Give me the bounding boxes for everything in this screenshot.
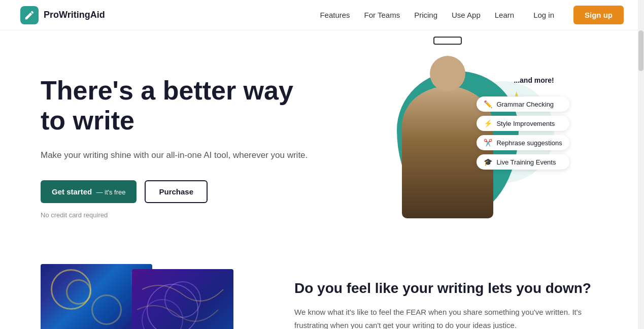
swirl-svg	[132, 269, 233, 329]
hero-buttons: Get started — it's free Purchase	[41, 180, 322, 203]
hero-subtitle: Make your writing shine with our all-in-…	[41, 148, 322, 162]
bubble-rephrase-icon: ✂️	[484, 139, 492, 147]
login-button[interactable]: Log in	[528, 8, 559, 22]
lower-left: ★ ★ ★★ ★★ My idea in my head	[41, 264, 264, 329]
person-head	[430, 56, 465, 91]
nav-for-teams[interactable]: For Teams	[364, 11, 400, 19]
person-glasses	[433, 37, 462, 45]
get-started-button[interactable]: Get started — it's free	[41, 180, 137, 203]
nav-features[interactable]: Features	[320, 11, 350, 19]
no-credit-text: No credit card required	[41, 211, 322, 219]
bubble-grammar-icon: ✏️	[484, 100, 492, 108]
bubble-style: ⚡ Style Improvements	[477, 116, 569, 131]
brand-name: ProWritingAid	[44, 10, 105, 20]
bubble-rephrase: ✂️ Rephrase suggestions	[477, 135, 569, 150]
lower-section-title: Do you feel like your writing lets you d…	[294, 279, 603, 298]
logo-area[interactable]: ProWritingAid	[20, 6, 105, 24]
page-scrollbar[interactable]	[638, 0, 644, 329]
bubble-style-icon: ⚡	[484, 119, 492, 127]
hero-title: There's a better way to write	[41, 76, 322, 137]
nav-learn[interactable]: Learn	[495, 11, 514, 19]
scrollbar-thumb[interactable]	[638, 30, 643, 71]
hero-left: There's a better way to write Make your …	[41, 76, 322, 219]
header: ProWritingAid Features For Teams Pricing…	[0, 0, 644, 30]
hero-illustration: ...and more! ✏️ Grammar Checking ⚡ Style…	[366, 66, 559, 228]
purchase-button[interactable]: Purchase	[145, 180, 208, 203]
lower-section: ★ ★ ★★ ★★ My idea in my head Do you feel…	[0, 254, 644, 329]
painting-container: ★ ★ ★★ ★★ My idea in my head	[41, 264, 233, 329]
bubble-training: 🎓 Live Training Events	[477, 154, 569, 170]
nav-pricing[interactable]: Pricing	[414, 11, 437, 19]
bubble-training-icon: 🎓	[484, 158, 492, 166]
painting-dark-overlay	[132, 269, 233, 329]
signup-button[interactable]: Sign up	[573, 6, 624, 24]
bubble-grammar: ✏️ Grammar Checking	[477, 96, 569, 112]
main-nav: Features For Teams Pricing Use App Learn…	[320, 6, 624, 24]
hero-right: ...and more! ✏️ Grammar Checking ⚡ Style…	[322, 61, 604, 234]
feature-bubbles: ✏️ Grammar Checking ⚡ Style Improvements…	[477, 96, 569, 170]
nav-use-app[interactable]: Use App	[452, 11, 481, 19]
hero-section: There's a better way to write Make your …	[0, 30, 644, 254]
logo-icon	[20, 6, 39, 24]
lower-right: Do you feel like your writing lets you d…	[294, 264, 603, 329]
lower-section-body: We know what it's like to feel the FEAR …	[294, 306, 603, 329]
swirl-3	[91, 294, 122, 325]
swirl-2	[66, 279, 91, 305]
logo-svg	[24, 10, 35, 21]
more-label: ...and more!	[514, 76, 554, 84]
svg-point-0	[147, 284, 198, 329]
